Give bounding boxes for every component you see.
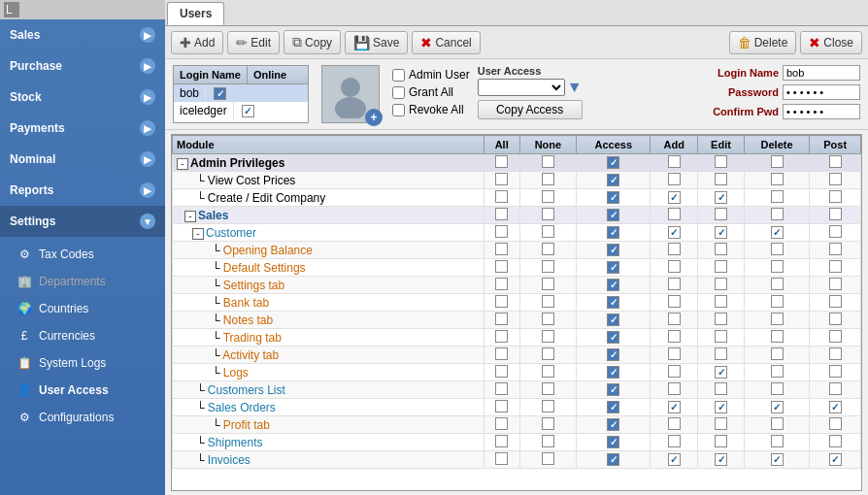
checkbox-access[interactable] <box>607 226 619 239</box>
checkbox-post[interactable] <box>829 278 842 290</box>
checkbox-delete[interactable] <box>771 208 784 220</box>
confirm-pwd-input[interactable] <box>783 104 860 119</box>
checkbox-post[interactable] <box>829 382 842 395</box>
checkbox-none[interactable] <box>542 365 554 378</box>
checkbox-delete[interactable] <box>771 417 784 430</box>
checkbox-all[interactable] <box>495 173 508 185</box>
login-name-input[interactable] <box>783 65 860 81</box>
save-button[interactable]: 💾 Save <box>345 31 408 54</box>
checkbox-add[interactable] <box>668 382 681 395</box>
checkbox-access[interactable] <box>607 436 619 448</box>
add-button[interactable]: ✚ Add <box>171 31 223 54</box>
checkbox-access[interactable] <box>607 348 619 361</box>
checkbox-access[interactable] <box>607 191 619 204</box>
grant-all-checkbox[interactable] <box>392 86 405 99</box>
sidebar-item-nominal[interactable]: Nominal ▶ <box>0 144 165 175</box>
checkbox-delete[interactable] <box>771 278 784 290</box>
checkbox-all[interactable] <box>495 452 508 465</box>
checkbox-edit[interactable] <box>715 435 727 447</box>
checkbox-none[interactable] <box>542 347 554 360</box>
checkbox-add[interactable] <box>668 365 681 378</box>
user-access-dropdown[interactable] <box>478 79 565 96</box>
table-row[interactable]: └ Settings tab <box>173 277 861 294</box>
checkbox-none[interactable] <box>542 155 554 168</box>
checkbox-access[interactable] <box>607 331 619 344</box>
checkbox-delete[interactable] <box>771 295 784 308</box>
login-row-iceledger[interactable]: iceledger <box>174 102 308 119</box>
checkbox-add[interactable] <box>668 347 681 360</box>
checkbox-delete[interactable] <box>771 401 784 413</box>
table-row[interactable]: -Sales <box>173 207 861 224</box>
checkbox-post[interactable] <box>829 401 842 413</box>
revoke-all-check[interactable]: Revoke All <box>392 103 470 116</box>
checkbox-delete[interactable] <box>771 260 784 273</box>
checkbox-add[interactable] <box>668 313 681 325</box>
sidebar-item-settings[interactable]: Settings ▼ <box>0 206 165 237</box>
checkbox-edit[interactable] <box>715 366 727 379</box>
checkbox-all[interactable] <box>495 243 508 255</box>
checkbox-add[interactable] <box>668 191 681 204</box>
delete-button[interactable]: 🗑 Delete <box>729 31 797 54</box>
edit-button[interactable]: ✏ Edit <box>227 31 280 54</box>
checkbox-add[interactable] <box>668 173 681 185</box>
checkbox-post[interactable] <box>829 173 842 185</box>
checkbox-add[interactable] <box>668 401 681 413</box>
checkbox-none[interactable] <box>542 190 554 203</box>
checkbox-all[interactable] <box>495 260 508 273</box>
sidebar-item-sales[interactable]: Sales ▶ <box>0 19 165 50</box>
checkbox-none[interactable] <box>542 382 554 395</box>
checkbox-add[interactable] <box>668 278 681 290</box>
checkbox-edit[interactable] <box>715 226 727 239</box>
checkbox-edit[interactable] <box>715 260 727 273</box>
settings-item-currencies[interactable]: £ Currencies <box>0 322 165 349</box>
checkbox-edit[interactable] <box>715 313 727 325</box>
checkbox-delete[interactable] <box>771 453 784 466</box>
checkbox-add[interactable] <box>668 417 681 430</box>
checkbox-access[interactable] <box>607 209 619 221</box>
checkbox-access[interactable] <box>607 314 619 326</box>
checkbox-post[interactable] <box>829 453 842 466</box>
table-row[interactable]: └ Notes tab <box>173 312 861 329</box>
checkbox-post[interactable] <box>829 243 842 255</box>
checkbox-delete[interactable] <box>771 243 784 255</box>
checkbox-access[interactable] <box>607 418 619 431</box>
checkbox-none[interactable] <box>542 330 554 343</box>
tree-toggle-icon[interactable]: - <box>192 228 204 240</box>
admin-user-check[interactable]: Admin User <box>392 68 470 82</box>
checkbox-add[interactable] <box>668 453 681 466</box>
checkbox-access[interactable] <box>607 156 619 169</box>
checkbox-edit[interactable] <box>715 243 727 255</box>
table-row[interactable]: └ Opening Balance <box>173 242 861 259</box>
checkbox-access[interactable] <box>607 261 619 274</box>
checkbox-none[interactable] <box>542 225 554 238</box>
table-row[interactable]: └ Shipments <box>173 434 861 451</box>
checkbox-post[interactable] <box>829 365 842 378</box>
table-row[interactable]: └ Profit tab <box>173 416 861 434</box>
checkbox-edit[interactable] <box>715 155 727 168</box>
checkbox-none[interactable] <box>542 260 554 273</box>
checkbox-all[interactable] <box>495 190 508 203</box>
checkbox-none[interactable] <box>542 435 554 447</box>
checkbox-all[interactable] <box>495 417 508 430</box>
checkbox-all[interactable] <box>495 295 508 308</box>
checkbox-all[interactable] <box>495 330 508 343</box>
table-row[interactable]: └ Create / Edit Company <box>173 189 861 207</box>
checkbox-post[interactable] <box>829 417 842 430</box>
checkbox-access[interactable] <box>607 174 619 186</box>
table-row[interactable]: └ Customers List <box>173 381 861 399</box>
checkbox-none[interactable] <box>542 173 554 185</box>
checkbox-access[interactable] <box>607 453 619 466</box>
checkbox-post[interactable] <box>829 208 842 220</box>
checkbox-post[interactable] <box>829 435 842 447</box>
checkbox-edit[interactable] <box>715 401 727 413</box>
checkbox-edit[interactable] <box>715 173 727 185</box>
checkbox-delete[interactable] <box>771 382 784 395</box>
checkbox-add[interactable] <box>668 226 681 239</box>
password-input[interactable] <box>783 84 860 100</box>
avatar-add-icon[interactable]: + <box>365 109 383 126</box>
checkbox-edit[interactable] <box>715 295 727 308</box>
table-row[interactable]: └ Bank tab <box>173 294 861 312</box>
checkbox-all[interactable] <box>495 155 508 168</box>
table-row[interactable]: └ View Cost Prices <box>173 172 861 189</box>
checkbox-edit[interactable] <box>715 278 727 290</box>
